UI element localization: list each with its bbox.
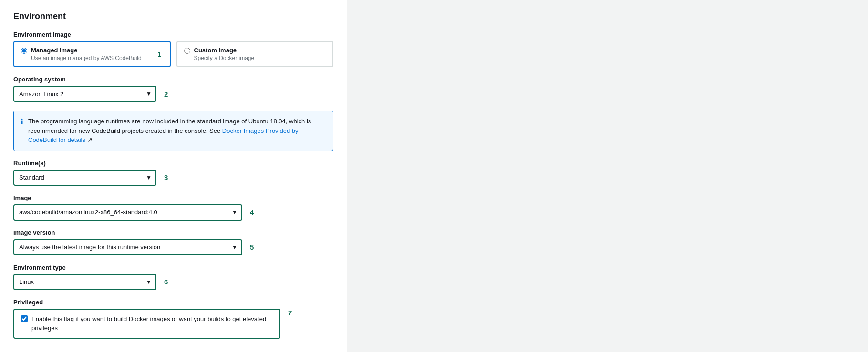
image-version-group: Image version Always use the latest imag… [13,229,333,255]
privileged-group: Privileged Enable this flag if you want … [13,299,333,339]
operating-system-label: Operating system [13,76,333,83]
environment-image-group: Environment image Managed image Use an i… [13,31,333,67]
step-badge-3: 3 [164,173,168,181]
environment-type-select[interactable]: Linux Linux GPU ARM [13,274,156,290]
step-badge-7: 7 [288,309,292,317]
section-title: Environment [13,11,333,21]
operating-system-select-wrapper: Amazon Linux 2 Ubuntu Windows Server 201… [13,86,156,102]
image-version-select[interactable]: Always use the latest image for this run… [13,239,242,255]
environment-type-select-wrapper: Linux Linux GPU ARM ▼ [13,274,156,290]
custom-image-option-sublabel: Specify a Docker image [194,55,255,61]
info-icon: ℹ [21,117,23,145]
runtimes-group: Runtime(s) Standard ▼ 3 [13,160,333,186]
custom-image-option-label: Custom image [194,47,255,54]
info-box: ℹ The programming language runtimes are … [13,111,333,151]
operating-system-group: Operating system Amazon Linux 2 Ubuntu W… [13,76,333,102]
step-badge-5: 5 [250,243,254,251]
image-label: Image [13,194,333,201]
image-version-label: Image version [13,229,333,236]
image-group: Image aws/codebuild/amazonlinux2-x86_64-… [13,194,333,221]
environment-image-label: Environment image [13,31,333,38]
managed-image-option[interactable]: Managed image Use an image managed by AW… [13,41,171,67]
step-badge-2: 2 [164,90,168,98]
info-text: The programming language runtimes are no… [28,117,326,145]
custom-image-option[interactable]: Custom image Specify a Docker image [176,41,334,67]
image-select[interactable]: aws/codebuild/amazonlinux2-x86_64-standa… [13,204,242,221]
environment-type-label: Environment type [13,264,333,271]
privileged-checkbox-wrapper: Enable this flag if you want to build Do… [13,309,280,339]
operating-system-select[interactable]: Amazon Linux 2 Ubuntu Windows Server 201… [13,86,156,102]
right-panel [347,0,868,352]
info-text-period: . [93,136,94,143]
step-badge-1: 1 [155,49,165,60]
step-badge-6: 6 [164,278,168,286]
runtimes-select[interactable]: Standard [13,170,156,186]
custom-image-text: Custom image Specify a Docker image [194,47,255,61]
managed-image-option-label: Managed image [31,47,142,54]
image-select-wrapper: aws/codebuild/amazonlinux2-x86_64-standa… [13,204,242,221]
managed-image-radio[interactable] [21,48,27,54]
environment-type-group: Environment type Linux Linux GPU ARM ▼ 6 [13,264,333,290]
runtimes-label: Runtime(s) [13,160,333,167]
privileged-label: Privileged [13,299,333,306]
info-text-link-suffix: ↗ [87,136,93,143]
privileged-checkbox-label: Enable this flag if you want to build Do… [31,314,273,333]
privileged-checkbox[interactable] [21,315,28,322]
managed-image-option-sublabel: Use an image managed by AWS CodeBuild [31,55,142,61]
custom-image-radio[interactable] [184,48,190,54]
managed-image-text: Managed image Use an image managed by AW… [31,47,142,61]
step-badge-4: 4 [250,208,254,216]
runtimes-select-wrapper: Standard ▼ [13,170,156,186]
image-version-select-wrapper: Always use the latest image for this run… [13,239,242,255]
image-type-row: Managed image Use an image managed by AW… [13,41,333,67]
